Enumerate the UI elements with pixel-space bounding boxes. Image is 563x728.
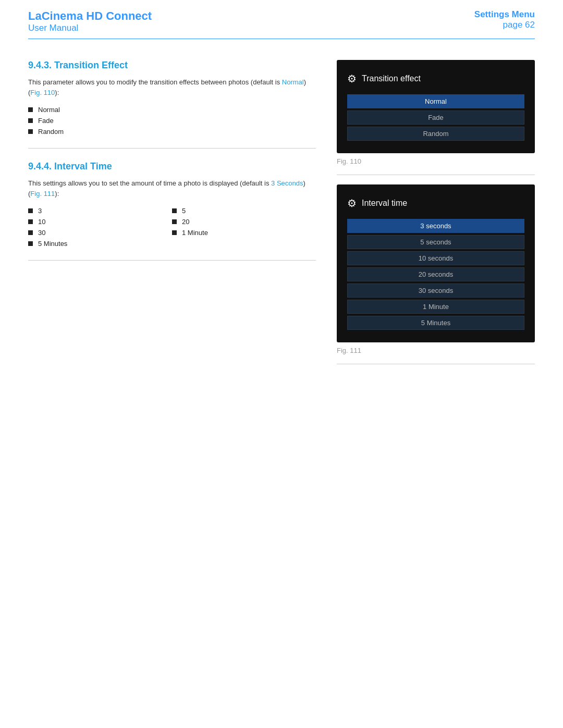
list-item: 10 [28, 218, 172, 226]
transition-screenshot: ⚙ Transition effect Normal Fade Random [337, 60, 535, 153]
transition-default-link[interactable]: Normal [282, 78, 304, 86]
transition-menu-item-random: Random [347, 127, 524, 141]
left-column: 9.4.3. Transition Effect This parameter … [28, 60, 316, 374]
interval-fig-link[interactable]: Fig. 111 [30, 190, 55, 198]
bullet-icon [172, 208, 177, 213]
interval-menu-item-20s: 20 seconds [347, 267, 524, 281]
transition-menu-item-normal: Normal [347, 94, 524, 108]
header-right: Settings Menu page 62 [474, 9, 535, 30]
fig-111-label: Fig. 111 [337, 347, 535, 354]
transition-desc-before: This parameter allows you to modify the … [28, 78, 282, 86]
interval-desc-end: ): [55, 190, 59, 198]
list-item: Normal [28, 106, 316, 114]
interval-heading: 9.4.4. Interval Time [28, 161, 316, 172]
bullet-icon [28, 107, 33, 112]
list-item: 5 [172, 207, 316, 215]
bullet-icon [172, 230, 177, 235]
interval-section: 9.4.4. Interval Time This settings allow… [28, 161, 316, 248]
list-item: 5 Minutes [28, 240, 172, 248]
bullet-icon [28, 241, 33, 246]
transition-list: Normal Fade Random [28, 106, 316, 135]
interval-menu-item-3s: 3 seconds [347, 219, 524, 233]
interval-desc: This settings allows you to set the amou… [28, 178, 316, 199]
interval-menu-item-5s: 5 seconds [347, 235, 524, 249]
transition-screenshot-title: Transition effect [362, 74, 421, 83]
fig-111-divider [337, 364, 535, 364]
list-item: Random [28, 128, 316, 135]
bullet-icon [28, 208, 33, 213]
header-left: LaCinema HD Connect User Manual [28, 9, 152, 33]
transition-menu-item-fade: Fade [347, 110, 524, 125]
gear-icon: ⚙ [347, 72, 357, 85]
interval-menu-item-10s: 10 seconds [347, 251, 524, 265]
transition-desc: This parameter allows you to modify the … [28, 77, 316, 97]
transition-heading: 9.4.3. Transition Effect [28, 60, 316, 71]
header: LaCinema HD Connect User Manual Settings… [0, 0, 563, 39]
interval-menu-item-1min: 1 Minute [347, 300, 524, 314]
bullet-icon [172, 219, 177, 224]
main-content: 9.4.3. Transition Effect This parameter … [0, 39, 563, 394]
menu-label: Settings Menu [474, 9, 535, 20]
interval-desc-before: This settings allows you to set the amou… [28, 179, 271, 187]
bullet-icon [28, 219, 33, 224]
transition-desc-end: ): [55, 89, 59, 96]
fig-110-divider [337, 175, 535, 175]
transition-screenshot-title-row: ⚙ Transition effect [347, 72, 524, 85]
list-item: 30 [28, 229, 172, 237]
transition-fig-link[interactable]: Fig. 110 [30, 89, 55, 96]
interval-menu-item-30s: 30 seconds [347, 283, 524, 298]
app-title: LaCinema HD Connect [28, 9, 152, 23]
right-column: ⚙ Transition effect Normal Fade Random F… [337, 60, 535, 374]
interval-screenshot-title-row: ⚙ Interval time [347, 197, 524, 209]
transition-section: 9.4.3. Transition Effect This parameter … [28, 60, 316, 135]
fig-110-label: Fig. 110 [337, 157, 535, 165]
list-item: Fade [28, 117, 316, 125]
interval-screenshot-title: Interval time [362, 199, 407, 208]
interval-divider [28, 260, 316, 261]
bullet-icon [28, 129, 33, 134]
interval-default-link[interactable]: 3 Seconds [271, 179, 303, 187]
transition-divider [28, 148, 316, 149]
transition-menu: Normal Fade Random [347, 94, 524, 141]
app-subtitle: User Manual [28, 23, 152, 33]
list-item: 20 [172, 218, 316, 226]
page-label: page 62 [474, 20, 535, 30]
list-item: 1 Minute [172, 229, 316, 237]
interval-menu-item-5min: 5 Minutes [347, 316, 524, 330]
interval-menu: 3 seconds 5 seconds 10 seconds 20 second… [347, 219, 524, 330]
gear-icon: ⚙ [347, 197, 357, 209]
interval-list: 3 5 10 20 30 1 Minute 5 Minutes [28, 207, 316, 248]
interval-screenshot: ⚙ Interval time 3 seconds 5 seconds 10 s… [337, 184, 535, 342]
bullet-icon [28, 230, 33, 235]
bullet-icon [28, 118, 33, 123]
list-item: 3 [28, 207, 172, 215]
